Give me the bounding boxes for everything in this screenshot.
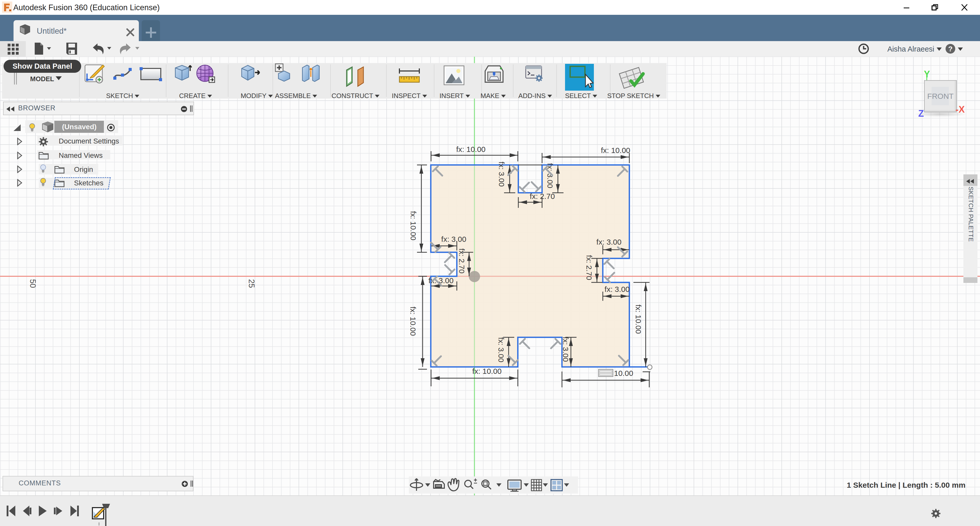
svg-text:fx: 2.70: fx: 2.70: [458, 249, 466, 274]
svg-text:fx: 10.00: fx: 10.00: [601, 146, 630, 155]
svg-text:fx: 3.00: fx: 3.00: [597, 238, 621, 246]
svg-text:fx: 3.00: fx: 3.00: [497, 162, 506, 186]
svg-text:?: ?: [948, 45, 953, 53]
svg-text:fx: 3.00: fx: 3.00: [441, 235, 466, 243]
svg-text:fx: 2.70: fx: 2.70: [585, 255, 593, 280]
svg-text:fx: 10.00: fx: 10.00: [456, 145, 485, 153]
svg-text:fx: 2.70: fx: 2.70: [530, 192, 555, 201]
svg-text:fx: 3.00: fx: 3.00: [562, 337, 570, 362]
svg-text:fx: 10.00: fx: 10.00: [472, 367, 501, 375]
svg-text:fx: 10.00: fx: 10.00: [409, 306, 417, 336]
svg-text:10.00: 10.00: [614, 369, 633, 378]
svg-text:fx: 10.00: fx: 10.00: [409, 211, 417, 240]
svg-text:fx: 3.00: fx: 3.00: [497, 337, 505, 362]
svg-text:fx: 10.00: fx: 10.00: [634, 304, 643, 334]
svg-text:fx: 3.00: fx: 3.00: [605, 285, 630, 293]
